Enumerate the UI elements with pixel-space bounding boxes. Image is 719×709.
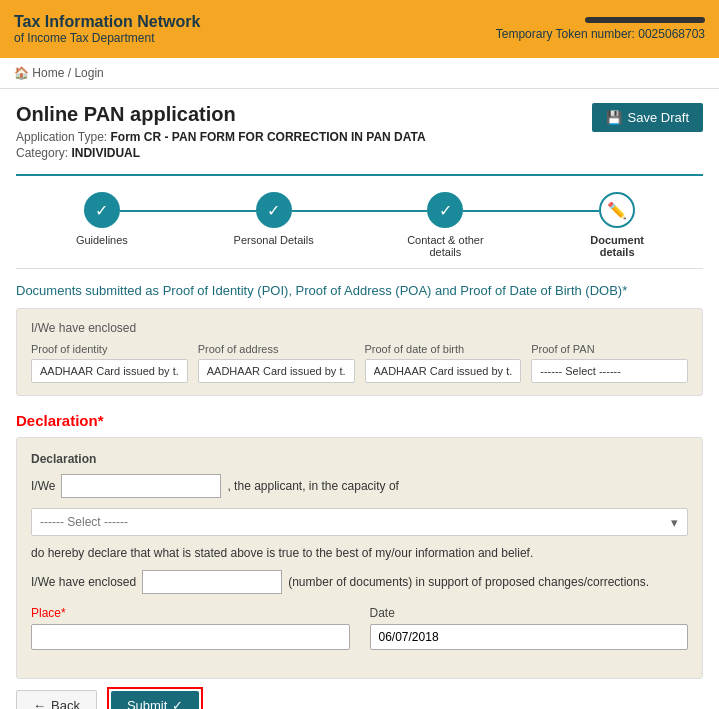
poi-link[interactable]: Documents submitted as Proof of Identity… [16,283,703,298]
proof-pan-col: Proof of PAN ------ Select ------ [531,343,688,383]
decl-enclosed-suffix: (number of documents) in support of prop… [288,575,649,589]
step-circle-document: ✏️ [599,192,635,228]
checkmark-icon: ✓ [172,698,183,709]
save-draft-button[interactable]: 💾 Save Draft [592,103,703,132]
page-header-row: Online PAN application Application Type:… [16,103,703,162]
logo: Tax Information Network of Income Tax De… [14,13,200,45]
place-col: Place* [31,606,350,650]
proof-dob-label: Proof of date of birth [365,343,522,355]
proof-identity-label: Proof of identity [31,343,188,355]
token-bar-icon [585,17,705,23]
back-button[interactable]: ← Back [16,690,97,709]
proof-pan-select[interactable]: ------ Select ------ [531,359,688,383]
declaration-box: Declaration I/We , the applicant, in the… [16,437,703,679]
stepper-container: ✓ Guidelines ✓ Personal Details ✓ Contac… [16,174,703,269]
date-input[interactable] [370,624,689,650]
date-label: Date [370,606,689,620]
breadcrumb-home[interactable]: Home [32,66,64,80]
header: Tax Information Network of Income Tax De… [0,0,719,58]
place-input[interactable] [31,624,350,650]
submit-wrapper: Submit ✓ [107,687,203,709]
decl-capacity-wrapper: ------ Select ------ [31,508,688,536]
page-meta: Online PAN application Application Type:… [16,103,426,162]
proof-address-select[interactable]: AADHAAR Card issued by t... [198,359,355,383]
main-content: Online PAN application Application Type:… [0,89,719,709]
proof-address-col: Proof of address AADHAAR Card issued by … [198,343,355,383]
home-icon: 🏠 [14,66,29,80]
proof-pan-label: Proof of PAN [531,343,688,355]
app-type-value: Form CR - PAN FORM FOR CORRECTION IN PAN… [111,130,426,144]
stepper: ✓ Guidelines ✓ Personal Details ✓ Contac… [16,192,703,258]
step-contact: ✓ Contact & other details [360,192,532,258]
enclosed-label: I/We have enclosed [31,321,688,335]
step-line-3 [463,210,599,212]
step-label-guidelines: Guidelines [76,234,128,246]
decl-capacity-select[interactable]: ------ Select ------ [31,508,688,536]
step-document: ✏️ Document details [531,192,703,258]
step-guidelines: ✓ Guidelines [16,192,188,246]
breadcrumb-current: Login [74,66,103,80]
decl-docs-input[interactable] [142,570,282,594]
decl-name-input[interactable] [61,474,221,498]
proof-identity-select[interactable]: AADHAAR Card issued by t... [31,359,188,383]
step-label-personal: Personal Details [234,234,314,246]
step-circle-personal: ✓ [256,192,292,228]
declaration-section: Declaration* Declaration I/We , the appl… [16,412,703,679]
proof-dob-col: Proof of date of birth AADHAAR Card issu… [365,343,522,383]
step-circle-guidelines: ✓ [84,192,120,228]
logo-line2: of Income Tax Department [14,31,200,45]
proof-dob-select[interactable]: AADHAAR Card issued by t... [365,359,522,383]
decl-text: do hereby declare that what is stated ab… [31,546,688,560]
token-label: Temporary Token number: 0025068703 [496,27,705,41]
decl-enclosed-prefix: I/We have enclosed [31,575,136,589]
decl-iwe-prefix: I/We [31,479,55,493]
place-date-row: Place* Date [31,606,688,650]
step-line-2 [292,210,428,212]
step-label-document: Document details [572,234,662,258]
decl-label: Declaration [31,452,688,466]
submit-label: Submit [127,698,167,709]
save-icon: 💾 [606,110,622,125]
category-value: INDIVIDUAL [71,146,140,160]
breadcrumb-separator: / [68,66,71,80]
proof-identity-col: Proof of identity AADHAAR Card issued by… [31,343,188,383]
proof-address-label: Proof of address [198,343,355,355]
decl-iwe-row: I/We , the applicant, in the capacity of [31,474,688,498]
poi-section-box: I/We have enclosed Proof of identity AAD… [16,308,703,396]
back-arrow-icon: ← [33,698,46,709]
save-draft-label: Save Draft [628,110,689,125]
logo-line1: Tax Information Network [14,13,200,31]
step-line-1 [120,210,256,212]
category-row: Category: INDIVIDUAL [16,146,426,160]
app-type-row: Application Type: Form CR - PAN FORM FOR… [16,130,426,144]
page-title: Online PAN application [16,103,426,126]
button-row: ← Back Submit ✓ [16,679,703,709]
token-info: Temporary Token number: 0025068703 [496,17,705,41]
submit-button[interactable]: Submit ✓ [111,691,199,709]
breadcrumb: 🏠 Home / Login [0,58,719,89]
step-circle-contact: ✓ [427,192,463,228]
declaration-title: Declaration* [16,412,703,429]
date-col: Date [370,606,689,650]
back-label: Back [51,698,80,709]
step-label-contact: Contact & other details [400,234,490,258]
decl-iwe-suffix: , the applicant, in the capacity of [227,479,398,493]
proof-row: Proof of identity AADHAAR Card issued by… [31,343,688,383]
app-type-label: Application Type: [16,130,107,144]
decl-docs-row: I/We have enclosed (number of documents)… [31,570,688,594]
category-label: Category: [16,146,68,160]
place-label: Place* [31,606,350,620]
step-personal: ✓ Personal Details [188,192,360,246]
